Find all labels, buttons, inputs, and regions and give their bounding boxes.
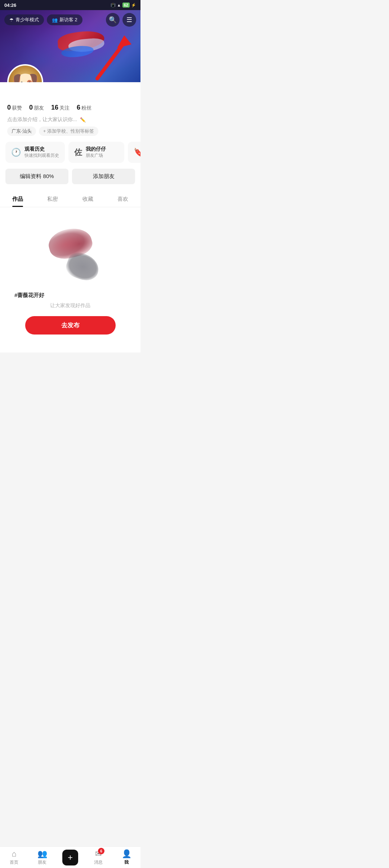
- followers-label: 粉丝: [81, 105, 91, 111]
- tab-private[interactable]: 私密: [35, 191, 71, 207]
- friends-friend-icon: 佐: [74, 147, 82, 158]
- nav-bar: ☂ 青少年模式 👥 新访客 2 🔍 ☰: [0, 10, 140, 30]
- battery-level: 62: [122, 3, 130, 8]
- publish-button[interactable]: 去发布: [25, 316, 116, 335]
- wifi-icon: ▲: [117, 3, 121, 7]
- flash-icon: ⚡: [131, 3, 136, 8]
- menu-icon: ☰: [126, 16, 132, 24]
- tags-row: 广东·汕头 + 添加学校、性别等标签: [0, 127, 140, 136]
- youth-mode-label: 青少年模式: [15, 17, 39, 23]
- stats-row: 0 获赞 0 朋友 16 关注 6 粉丝: [0, 104, 140, 111]
- add-tag-button[interactable]: + 添加学校、性别等标签: [39, 127, 98, 136]
- add-friend-button[interactable]: 添加朋友: [72, 169, 135, 184]
- likes-label: 获赞: [12, 105, 22, 111]
- profile-content: 0 获赞 0 朋友 16 关注 6 粉丝 点击添加介绍，让大家认识你... ✏️…: [0, 82, 140, 353]
- stat-followers[interactable]: 6 粉丝: [77, 104, 91, 111]
- tab-works[interactable]: 作品: [0, 191, 35, 207]
- avatar-container[interactable]: 🐶: [7, 64, 43, 82]
- friends-label: 朋友: [34, 105, 44, 111]
- friends-card[interactable]: 佐 我的仔仔 朋友广场: [68, 142, 124, 163]
- menu-button[interactable]: ☰: [122, 13, 136, 27]
- avatar-image: 🐶: [9, 66, 42, 82]
- bookmark-card[interactable]: 🔖 收藏: [128, 142, 140, 163]
- visitor-button[interactable]: 👥 新访客 2: [47, 14, 82, 25]
- vibrate-icon: 📳: [111, 3, 116, 8]
- friends-count: 0: [29, 104, 33, 111]
- stat-likes[interactable]: 0 获赞: [7, 104, 22, 111]
- search-button[interactable]: 🔍: [106, 13, 120, 27]
- action-buttons: 编辑资料 80% 添加朋友: [0, 169, 140, 184]
- tab-favorites[interactable]: 收藏: [70, 191, 106, 207]
- content-tabs: 作品 私密 收藏 喜欢: [0, 191, 140, 207]
- status-time: 04:26: [4, 3, 16, 8]
- youth-icon: ☂: [9, 17, 14, 23]
- edit-icon: ✏️: [80, 117, 86, 123]
- history-title: 观看历史: [24, 146, 59, 152]
- feature-cards: 🕐 观看历史 快速找到观看历史 佐 我的仔仔 朋友广场 🔖 收藏: [0, 142, 140, 163]
- avatar: 🐶: [7, 64, 43, 82]
- content-hashtag: #蔷薇花开好: [14, 292, 44, 299]
- friends-card-title: 我的仔仔: [86, 146, 106, 152]
- bio-text: 点击添加介绍，让大家认识你...: [7, 116, 77, 123]
- friends-card-subtitle: 朋友广场: [86, 152, 106, 159]
- following-label: 关注: [59, 105, 70, 111]
- profile-banner: ☂ 青少年模式 👥 新访客 2 🔍 ☰ 🐶: [0, 10, 140, 82]
- youth-mode-button[interactable]: ☂ 青少年模式: [4, 14, 44, 25]
- tab-likes[interactable]: 喜欢: [106, 191, 141, 207]
- banner-paint-decoration: [50, 28, 122, 71]
- bookmark-icon: 🔖: [134, 148, 140, 157]
- visitor-icon: 👥: [52, 17, 58, 23]
- following-count: 16: [51, 104, 58, 111]
- bio-row[interactable]: 点击添加介绍，让大家认识你... ✏️: [0, 116, 140, 123]
- visitor-label: 新访客 2: [59, 17, 77, 23]
- history-subtitle: 快速找到观看历史: [24, 152, 59, 159]
- history-card[interactable]: 🕐 观看历史 快速找到观看历史: [5, 142, 65, 163]
- followers-count: 6: [77, 104, 80, 111]
- content-area: #蔷薇花开好 让大家发现好作品 去发布: [0, 211, 140, 349]
- history-icon: 🕐: [11, 148, 21, 157]
- status-bar: 04:26 📳 ▲ 62 ⚡: [0, 0, 140, 10]
- art-decoration: [38, 225, 103, 283]
- edit-profile-button[interactable]: 编辑资料 80%: [5, 169, 68, 184]
- location-tag[interactable]: 广东·汕头: [7, 127, 36, 136]
- status-icons: 📳 ▲ 62 ⚡: [111, 3, 136, 8]
- search-icon: 🔍: [109, 16, 117, 24]
- content-subtext: 让大家发现好作品: [50, 302, 90, 309]
- stat-following[interactable]: 16 关注: [51, 104, 70, 111]
- likes-count: 0: [7, 104, 11, 111]
- stat-friends[interactable]: 0 朋友: [29, 104, 44, 111]
